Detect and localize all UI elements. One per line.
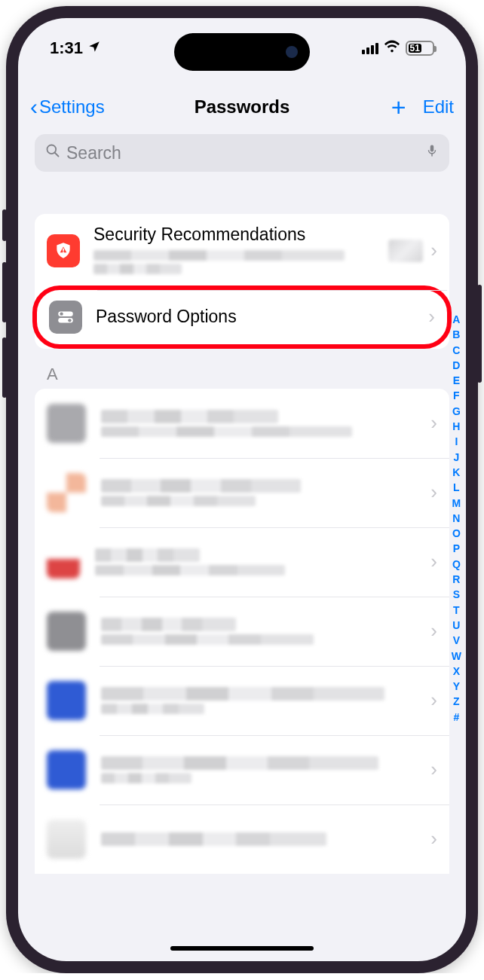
redacted-content <box>101 615 430 648</box>
battery-icon: 51 <box>406 41 434 56</box>
battery-level: 51 <box>409 44 421 53</box>
index-letter[interactable]: V <box>452 633 461 648</box>
chevron-left-icon: ‹ <box>30 94 38 120</box>
list-item[interactable]: › <box>35 597 449 666</box>
redacted-badge <box>388 240 423 262</box>
index-letter[interactable]: N <box>452 511 461 526</box>
site-icon <box>47 612 86 651</box>
index-letter[interactable]: E <box>452 373 461 388</box>
svg-point-7 <box>60 312 63 315</box>
index-letter[interactable]: K <box>452 465 461 480</box>
device-frame: 1:31 51 ‹ Settings Passwords <box>6 6 478 973</box>
index-letter[interactable]: Q <box>452 557 461 572</box>
search-placeholder: Search <box>66 143 425 163</box>
add-button[interactable]: + <box>391 94 406 120</box>
site-icon <box>47 681 86 720</box>
index-letter[interactable]: Y <box>452 679 461 694</box>
chevron-right-icon: › <box>430 758 437 781</box>
index-letter[interactable]: L <box>452 480 461 495</box>
index-letter[interactable]: G <box>452 404 461 419</box>
index-letter[interactable]: F <box>452 388 461 403</box>
site-icon <box>47 820 86 859</box>
search-icon <box>45 143 60 163</box>
svg-rect-2 <box>430 145 434 152</box>
redacted-content <box>101 476 430 509</box>
alphabet-index[interactable]: A B C D E F G H I J K L M N O P Q R S T <box>452 312 461 725</box>
back-label: Settings <box>39 96 105 118</box>
list-item[interactable]: › <box>35 666 449 735</box>
index-letter[interactable]: M <box>452 496 461 511</box>
svg-point-9 <box>68 319 71 322</box>
index-letter[interactable]: S <box>452 587 461 602</box>
chevron-right-icon: › <box>430 481 437 504</box>
volume-down-button <box>2 337 7 398</box>
search-field[interactable]: Search <box>35 134 449 172</box>
list-item[interactable]: › <box>35 389 449 458</box>
redacted-content <box>101 753 430 786</box>
cellular-icon <box>362 42 378 54</box>
chevron-right-icon: › <box>428 305 435 328</box>
volume-up-button <box>2 262 7 322</box>
index-letter[interactable]: T <box>452 603 461 618</box>
list-item[interactable]: › <box>35 804 449 874</box>
status-time: 1:31 <box>50 38 83 58</box>
security-recommendations-label: Security Recommenda­tions <box>93 224 388 246</box>
index-letter[interactable]: W <box>452 649 461 664</box>
redacted-content <box>101 684 430 717</box>
screen: 1:31 51 ‹ Settings Passwords <box>18 18 466 961</box>
chevron-right-icon: › <box>430 688 437 712</box>
site-icon <box>47 473 86 512</box>
password-list: › › › <box>35 389 449 874</box>
list-item[interactable]: › <box>35 458 449 527</box>
status-right: 51 <box>362 38 434 59</box>
index-letter[interactable]: C <box>452 343 461 358</box>
back-button[interactable]: ‹ Settings <box>30 94 105 120</box>
index-letter[interactable]: B <box>452 327 461 342</box>
index-letter[interactable]: U <box>452 618 461 633</box>
dynamic-island <box>174 33 310 71</box>
home-indicator[interactable] <box>170 946 314 951</box>
toggles-icon <box>49 301 82 334</box>
security-recommendations-row[interactable]: Security Recommenda­tions › <box>35 214 449 288</box>
status-left: 1:31 <box>50 38 101 58</box>
index-letter[interactable]: X <box>452 664 461 679</box>
nav-bar: ‹ Settings Passwords + Edit <box>18 86 466 128</box>
index-letter[interactable]: R <box>452 572 461 587</box>
index-letter[interactable]: A <box>452 312 461 327</box>
section-header: A <box>47 365 437 384</box>
redacted-subtitle <box>93 250 388 274</box>
chevron-right-icon: › <box>430 239 437 262</box>
edit-button[interactable]: Edit <box>423 96 454 118</box>
svg-rect-4 <box>63 249 64 251</box>
index-letter[interactable]: # <box>452 710 461 725</box>
site-icon <box>47 404 86 443</box>
microphone-icon[interactable] <box>425 142 439 163</box>
redacted-content <box>101 829 430 849</box>
password-options-row[interactable]: Password Options › <box>32 285 452 349</box>
location-icon <box>87 40 101 57</box>
index-letter[interactable]: O <box>452 526 461 541</box>
list-item[interactable]: › <box>35 527 449 597</box>
index-letter[interactable]: P <box>452 541 461 556</box>
wifi-icon <box>384 38 400 59</box>
password-options-label: Password Options <box>96 307 428 328</box>
redacted-content <box>95 545 430 579</box>
list-item[interactable]: › <box>35 735 449 804</box>
chevron-right-icon: › <box>430 411 437 435</box>
chevron-right-icon: › <box>430 550 437 573</box>
index-letter[interactable]: D <box>452 358 461 373</box>
index-letter[interactable]: J <box>452 450 461 465</box>
power-button <box>477 285 482 383</box>
site-icon <box>47 750 86 789</box>
index-letter[interactable]: I <box>452 434 461 449</box>
index-letter[interactable]: H <box>452 419 461 434</box>
svg-rect-5 <box>63 251 64 252</box>
chevron-right-icon: › <box>430 827 437 850</box>
index-letter[interactable]: Z <box>452 694 461 709</box>
svg-line-1 <box>55 153 59 157</box>
options-card: Security Recommenda­tions › <box>35 214 449 349</box>
site-icon <box>47 545 80 579</box>
chevron-right-icon: › <box>430 619 437 643</box>
shield-warning-icon <box>47 234 80 267</box>
content-scroll[interactable]: Security Recommenda­tions › <box>18 191 466 961</box>
